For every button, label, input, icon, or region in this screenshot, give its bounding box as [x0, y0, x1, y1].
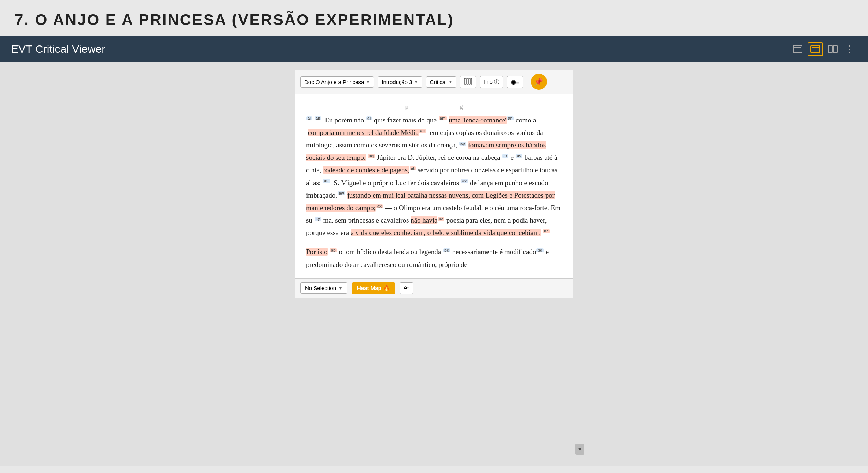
columns-view-button[interactable] — [826, 43, 840, 55]
svg-rect-9 — [833, 45, 837, 53]
color-button[interactable]: ◉≡ — [507, 76, 523, 88]
nav-icons: ⋮ — [791, 41, 857, 57]
pin-icon: 📌 — [534, 77, 543, 86]
marker-ao: ao — [419, 129, 426, 133]
svg-rect-11 — [467, 78, 468, 84]
font-size-button[interactable]: Aª — [400, 282, 414, 294]
marker-bb: bb — [330, 248, 336, 252]
paragraph-2: Por isto bb o tom bíblico desta lenda ou… — [306, 246, 562, 271]
marker-az: az — [438, 217, 444, 221]
marker-ak: ak — [315, 116, 321, 120]
paragraph-1: aj ak Eu porém não al quis fazer mais do… — [306, 114, 562, 239]
svg-rect-2 — [794, 49, 801, 50]
info-button[interactable]: Info ⓘ — [480, 76, 503, 88]
svg-rect-7 — [812, 51, 819, 51]
doc-panel: Doc O Anjo e a Princesa ▼ Introdução 3 ▼… — [295, 70, 573, 298]
list-view-button[interactable] — [791, 43, 805, 55]
section-dropdown[interactable]: Introdução 3 ▼ — [378, 76, 422, 88]
page-title: 7. O ANJO E A PRINCESA (VERSÃO EXPERIMEN… — [0, 0, 868, 36]
nav-bar: EVT Critical Viewer ⋮ — [0, 36, 868, 62]
svg-rect-5 — [812, 47, 819, 48]
marker-as: as — [516, 154, 522, 158]
doc-dropdown[interactable]: Doc O Anjo e a Princesa ▼ — [300, 76, 374, 88]
marker-bd: bd — [536, 248, 543, 252]
selection-dropdown-arrow: ▼ — [338, 286, 343, 291]
svg-rect-12 — [469, 78, 470, 84]
marker-at: at — [410, 166, 416, 170]
view-dropdown[interactable]: Critical ▼ — [426, 76, 457, 88]
marker-ap: ap — [459, 142, 466, 146]
marker-ax: ax — [376, 204, 383, 208]
pin-button[interactable]: 📌 — [531, 74, 547, 90]
scroll-down-button[interactable]: ▼ — [575, 444, 584, 455]
view-dropdown-arrow: ▼ — [448, 80, 452, 84]
marker-ba: ba — [543, 229, 550, 233]
svg-rect-13 — [471, 78, 472, 84]
svg-rect-6 — [812, 49, 817, 50]
selection-dropdown[interactable]: No Selection ▼ — [300, 282, 347, 294]
marker-au: au — [323, 179, 330, 183]
main-area: Doc O Anjo e a Princesa ▼ Introdução 3 ▼… — [0, 62, 868, 466]
text-view-button[interactable] — [808, 42, 823, 56]
page-title-bar: 7. O ANJO E A PRINCESA (VERSÃO EXPERIMEN… — [0, 0, 868, 36]
marker-aw: aw — [338, 191, 345, 195]
marker-av: av — [461, 179, 468, 183]
section-dropdown-arrow: ▼ — [414, 80, 418, 84]
marker-am: am — [439, 116, 447, 120]
heatmap-button[interactable]: Heat Map 🔥 — [352, 282, 395, 294]
more-button[interactable]: ⋮ — [843, 41, 857, 57]
marker-bc: bc — [443, 248, 450, 252]
selection-label: No Selection — [305, 285, 336, 291]
marker-aj: aj — [306, 116, 312, 120]
doc-content: p g aj ak Eu porém não al quis fazer mai… — [295, 94, 573, 278]
marker-ay: ay — [315, 217, 321, 221]
marker-al: al — [366, 116, 372, 120]
svg-rect-3 — [794, 51, 801, 51]
heatmap-label: Heat Map 🔥 — [357, 285, 390, 292]
nav-title: EVT Critical Viewer — [11, 43, 105, 55]
font-icon: Aª — [404, 285, 410, 291]
marker-ar: ar — [502, 154, 508, 158]
lib-button[interactable] — [460, 76, 476, 88]
svg-rect-8 — [828, 45, 832, 53]
scroll-area: ▼ — [575, 70, 584, 458]
marker-an: an — [507, 116, 514, 120]
svg-rect-1 — [794, 47, 801, 48]
marker-aq: aq — [368, 154, 375, 158]
doc-bottom-bar: No Selection ▼ Heat Map 🔥 Aª — [295, 278, 573, 298]
doc-toolbar: Doc O Anjo e a Princesa ▼ Introdução 3 ▼… — [295, 70, 573, 94]
svg-rect-10 — [464, 78, 466, 84]
doc-dropdown-arrow: ▼ — [366, 80, 370, 84]
partial-text-top: p g — [306, 101, 562, 113]
